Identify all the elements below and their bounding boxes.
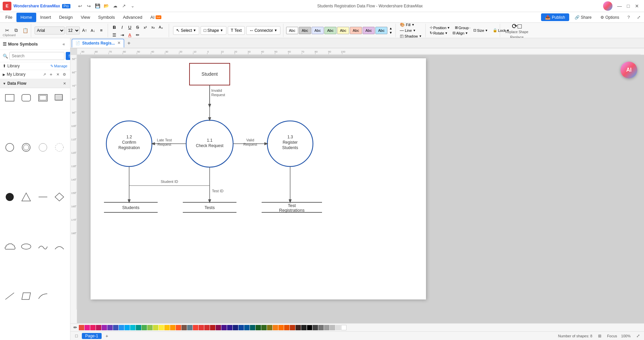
menu-symbols[interactable]: Symbols xyxy=(94,13,119,22)
menu-insert[interactable]: Insert xyxy=(36,13,55,22)
window-minimize[interactable]: — xyxy=(615,2,624,10)
font-color-btn[interactable]: A xyxy=(126,31,133,39)
shape-line[interactable] xyxy=(36,190,50,204)
replace-shape-button[interactable]: ⟳□ Replace Shape xyxy=(503,23,530,35)
my-library-close[interactable]: ✕ xyxy=(55,71,61,77)
color-swatch-grey3[interactable] xyxy=(324,325,329,330)
color-swatch-lime[interactable] xyxy=(153,325,158,330)
color-swatch-yellow[interactable] xyxy=(159,325,164,330)
position-button[interactable]: ⊹Position▼ xyxy=(428,25,451,30)
menu-home[interactable]: Home xyxy=(16,13,36,22)
manage-button[interactable]: ✎Manage xyxy=(50,64,67,68)
color-swatch-deeporange[interactable] xyxy=(176,325,181,330)
menu-file[interactable]: File xyxy=(1,13,16,22)
page-view-icon[interactable]: □ xyxy=(73,333,80,339)
color-swatch-purple[interactable] xyxy=(102,325,107,330)
color-swatch-teal[interactable] xyxy=(136,325,141,330)
shape-cloud[interactable] xyxy=(3,240,17,254)
color-swatch-darkgrey[interactable] xyxy=(313,325,318,330)
options-button[interactable]: ⚙ Options xyxy=(597,14,623,21)
my-library-export[interactable]: ↗ xyxy=(41,71,47,77)
color-swatch-amber2[interactable] xyxy=(278,325,284,330)
menu-design[interactable]: Design xyxy=(55,13,76,22)
search-button[interactable]: Search xyxy=(66,52,70,60)
my-library-label[interactable]: ▶ My Library xyxy=(3,72,25,77)
color-swatch-blue3[interactable] xyxy=(238,325,244,330)
color-swatch-black[interactable] xyxy=(301,325,307,330)
color-swatch-grey4[interactable] xyxy=(330,325,335,330)
color-swatch-orange[interactable] xyxy=(170,325,175,330)
strikethrough-button[interactable]: S xyxy=(134,24,141,31)
search-input[interactable] xyxy=(9,52,64,60)
color-swatch-lightblue2[interactable] xyxy=(244,325,250,330)
data-flow-close[interactable]: ✕ xyxy=(61,80,67,86)
window-maximize[interactable]: □ xyxy=(624,2,633,10)
color-swatch-indigo2[interactable] xyxy=(227,325,232,330)
line-button[interactable]: —Line▼ xyxy=(398,28,423,33)
titlebar-undo[interactable]: ↩ xyxy=(76,2,85,10)
bold-button[interactable]: B xyxy=(111,24,118,31)
titlebar-redo[interactable]: ↪ xyxy=(85,2,93,10)
fit-icon[interactable]: ⊞ xyxy=(596,333,603,339)
fill-button[interactable]: 🎨Fill▼ xyxy=(398,23,423,27)
color-swatch-amber[interactable] xyxy=(164,325,170,330)
menu-advanced[interactable]: Advanced xyxy=(119,13,146,22)
indent[interactable]: ⇥ xyxy=(118,31,126,39)
group-button[interactable]: ⊞Group- xyxy=(453,25,472,30)
palette-pencil[interactable]: ✏ xyxy=(72,324,78,331)
select-tool[interactable]: ↖ Select ▼ xyxy=(173,26,199,35)
text-align[interactable]: ≡ xyxy=(98,27,105,34)
text-tool[interactable]: T Text xyxy=(228,26,245,35)
share-button[interactable]: 🔗 Share xyxy=(571,14,595,21)
bullet-list[interactable]: ☰ xyxy=(111,31,118,39)
window-close[interactable]: ✕ xyxy=(633,2,641,10)
titlebar-share[interactable]: ↗ xyxy=(119,2,128,10)
titlebar-more[interactable]: ⌄ xyxy=(128,2,137,10)
style-swatch-6[interactable]: Abc xyxy=(350,27,362,34)
shape-curve2[interactable] xyxy=(36,289,50,303)
menu-ai[interactable]: AI hot xyxy=(146,13,165,22)
my-library-settings[interactable]: ⚙ xyxy=(61,71,67,77)
rotate-button[interactable]: ↻Rotate▼ xyxy=(428,30,449,36)
add-page[interactable]: + xyxy=(104,333,110,339)
color-swatch-indigo[interactable] xyxy=(113,325,118,330)
color-swatch-cyan[interactable] xyxy=(130,325,136,330)
italic-button[interactable]: I xyxy=(118,24,126,31)
color-swatch-lightblue[interactable] xyxy=(124,325,130,330)
shape-parallelogram[interactable] xyxy=(19,289,33,303)
sidebar-collapse[interactable]: « xyxy=(60,40,67,48)
color-swatch-orange2[interactable] xyxy=(284,325,289,330)
font-size-down[interactable]: A↓ xyxy=(89,27,97,34)
color-swatch-lime2[interactable] xyxy=(267,325,272,330)
shape-rounded-rect[interactable] xyxy=(19,91,33,105)
data-flow-label[interactable]: ▼ Data Flow xyxy=(3,81,26,86)
titlebar-cloud[interactable]: ☁ xyxy=(111,2,119,10)
shape-double-circle[interactable] xyxy=(19,140,33,154)
style-swatch-3[interactable]: Abc xyxy=(312,27,324,34)
color-swatch-red2[interactable] xyxy=(193,325,198,330)
color-swatch-black2[interactable] xyxy=(307,325,312,330)
styles-more[interactable]: ▲ ▼ xyxy=(388,24,393,37)
shape-shadow-rect[interactable] xyxy=(52,91,66,105)
connector-tool[interactable]: ↔ Connector ▼ xyxy=(246,26,280,35)
color-swatch-lightgrey[interactable] xyxy=(335,325,341,330)
color-swatch-cyan2[interactable] xyxy=(250,325,255,330)
expand-button[interactable]: ⤢ xyxy=(635,13,643,21)
font-size-up[interactable]: A↑ xyxy=(81,27,88,34)
color-swatch-red4[interactable] xyxy=(204,325,210,330)
font-size-select[interactable]: 12 xyxy=(66,26,80,35)
fullscreen-icon[interactable]: ⤢ xyxy=(635,333,641,339)
color-swatch-red[interactable] xyxy=(79,325,84,330)
color-swatch-brown2[interactable] xyxy=(296,325,301,330)
color-swatch-grey2[interactable] xyxy=(318,325,324,330)
color-swatch-deeppurple[interactable] xyxy=(107,325,113,330)
color-swatch-crimson[interactable] xyxy=(90,325,96,330)
color-swatch-green2[interactable] xyxy=(256,325,261,330)
shape-circle[interactable] xyxy=(3,140,17,154)
library-label[interactable]: ⬆ Library xyxy=(3,64,20,68)
style-swatch-4[interactable]: Abc xyxy=(324,27,336,34)
color-swatch-lightgreen[interactable] xyxy=(147,325,153,330)
color-swatch-blue2[interactable] xyxy=(233,325,238,330)
shape-double-rect[interactable] xyxy=(36,91,50,105)
page-tab[interactable]: Page-1 xyxy=(82,333,102,339)
